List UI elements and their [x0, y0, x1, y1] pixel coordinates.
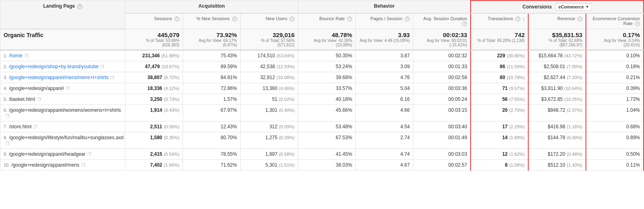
- sessions-cell: 18,336(4.12%): [125, 83, 183, 94]
- landing-page-help-icon[interactable]: ?: [77, 4, 82, 9]
- transactions-value: 86: [500, 64, 505, 69]
- bounce-rate-value: 50.35%: [336, 53, 352, 59]
- copy-icon[interactable]: ❐: [37, 97, 42, 102]
- revenue-value: $144.78: [548, 135, 565, 140]
- new-users-pct: (10.00%): [277, 75, 295, 80]
- new-users-cell: 51(0.02%): [240, 94, 298, 105]
- organic-traffic-label-cell: Organic Traffic: [0, 29, 125, 50]
- transactions-value: 56: [502, 96, 507, 102]
- ecommerce-selector[interactable]: eCommerce ▼: [556, 3, 592, 10]
- sessions-pct: (0.56%): [164, 124, 179, 129]
- landing-page-link[interactable]: /google+redesign/apparel/mens/mens+t+shi…: [9, 75, 108, 80]
- landing-page-cell: 4./google+redesign/apparel❐: [0, 83, 125, 94]
- row-number: 3.: [4, 75, 7, 80]
- sessions-cell: 38,807(8.72%): [125, 72, 183, 83]
- sessions-cell: 7,402(1.66%): [125, 160, 183, 171]
- copy-icon[interactable]: ❐: [6, 114, 10, 119]
- pages-session-cell: 6.16: [356, 94, 413, 105]
- revenue-value: $172.20: [548, 151, 565, 157]
- avg-session-cell: 00:03:40: [413, 121, 471, 132]
- transactions-value: 71: [502, 86, 507, 91]
- revenue-help-icon[interactable]: ?: [577, 17, 582, 21]
- pages-session-help-icon[interactable]: ?: [405, 17, 410, 21]
- bounce-rate-value: 33.57%: [336, 86, 352, 91]
- sessions-value: 231,346: [142, 53, 160, 59]
- transactions-value: 14: [502, 135, 507, 140]
- bounce-rate-cell: 38.03%: [298, 160, 356, 171]
- revenue-cell: $416.98(1.16%): [528, 121, 586, 132]
- revenue-cell: $3,811.90(10.64%): [528, 83, 586, 94]
- new-users-cell: 1,275(0.39%): [240, 132, 298, 149]
- ecommerce-rate-value: 0.39%: [626, 86, 640, 91]
- bounce-rate-value: 39.68%: [336, 75, 352, 80]
- landing-page-cell: 5./basket.html❐: [0, 94, 125, 105]
- copy-icon[interactable]: ❐: [88, 152, 92, 157]
- ecommerce-rate-value: 0.11%: [626, 162, 640, 168]
- transactions-sort-icon[interactable]: ↓: [523, 17, 525, 21]
- transactions-pct: (9.57%): [509, 86, 525, 91]
- summary-avg-session-value: 00:02:33: [417, 31, 467, 38]
- ecommerce-rate-cell: 0.10%: [586, 50, 644, 61]
- avg-session-help-icon[interactable]: ?: [462, 21, 467, 26]
- sessions-pct: (1.66%): [164, 163, 179, 167]
- sessions-pct: (10.67%): [161, 64, 179, 69]
- revenue-cell: $172.20(0.48%): [528, 149, 586, 160]
- summary-new-sessions-value: 73.92%: [186, 31, 237, 38]
- revenue-cell: $512.10(1.43%): [528, 160, 586, 171]
- transactions-cell: 8(1.08%): [471, 160, 528, 171]
- revenue-value: $2,627.44: [544, 75, 565, 80]
- ecommerce-rate-help-icon[interactable]: ?: [635, 21, 640, 26]
- summary-new-users-cell: 329,016 % of Total: 57.56% (571,612): [240, 29, 298, 50]
- avg-session-value: 00:02:57: [448, 162, 467, 168]
- bounce-rate-value: 40.18%: [336, 96, 352, 102]
- landing-page-link[interactable]: /home: [9, 53, 22, 59]
- landing-page-link[interactable]: /google+redesign/shop+by-brand/youtube: [9, 64, 98, 69]
- new-sessions-cell: 80.70%: [183, 132, 240, 149]
- ecommerce-rate-cell: 1.72%: [586, 94, 644, 105]
- bounce-rate-help-icon[interactable]: ?: [347, 17, 352, 21]
- copy-icon[interactable]: ❐: [25, 54, 29, 59]
- transactions-cell: 20(2.70%): [471, 105, 528, 121]
- copy-icon[interactable]: ❐: [33, 125, 38, 130]
- pages-session-cell: 2.74: [356, 132, 413, 149]
- copy-icon[interactable]: ❐: [6, 141, 10, 146]
- pages-session-cell: 4.66: [356, 105, 413, 121]
- new-users-pct: (53.04%): [277, 53, 295, 58]
- avg-session-cell: 00:02:32: [413, 50, 471, 61]
- revenue-pct: (1.43%): [567, 163, 583, 167]
- sessions-cell: 2,511(0.56%): [125, 121, 183, 132]
- ecommerce-rate-value: 0.68%: [626, 124, 640, 130]
- transactions-help-icon[interactable]: ?: [515, 17, 520, 21]
- pages-session-value: 2.74: [400, 135, 410, 140]
- copy-icon[interactable]: ❐: [66, 86, 71, 91]
- summary-bounce-rate-cell: 48.78% Avg for View: 42.38% (15.09%): [298, 29, 356, 50]
- new-users-help-icon[interactable]: ?: [290, 17, 294, 21]
- new-users-value: 13,360: [263, 86, 277, 91]
- avg-session-cell: 00:03:03: [413, 149, 471, 160]
- copy-icon[interactable]: ❐: [100, 65, 105, 69]
- new-sessions-value: 12.43%: [221, 124, 237, 130]
- new-users-value: 51: [272, 96, 277, 102]
- pages-session-value: 4.54: [400, 124, 410, 130]
- revenue-pct: (10.64%): [564, 86, 582, 91]
- sessions-pct: (4.12%): [164, 86, 179, 91]
- transactions-cell: 56(7.55%): [471, 94, 528, 105]
- copy-icon[interactable]: ❐: [110, 75, 115, 80]
- transactions-cell: 86(11.59%): [471, 61, 528, 72]
- ecommerce-rate-cell: 0.21%: [586, 72, 644, 83]
- new-sessions-help-icon[interactable]: ?: [232, 17, 237, 21]
- copy-icon[interactable]: ❐: [81, 163, 86, 168]
- new-sessions-cell: 1.57%: [183, 94, 240, 105]
- landing-page-header: Landing Page ?: [0, 0, 125, 29]
- sessions-help-icon[interactable]: ?: [175, 17, 179, 21]
- sessions-cell: 1,914(0.43%): [125, 105, 183, 121]
- new-users-pct: (1.61%): [279, 163, 295, 167]
- row-number: 5.: [4, 97, 7, 102]
- avg-session-value: 00:03:15: [448, 107, 467, 113]
- landing-page-text: /google+redesign/lifestyle/fun/malibu+su…: [9, 135, 123, 140]
- sessions-value: 3,250: [150, 96, 162, 102]
- new-sessions-col-header: % New Sessions ?: [183, 13, 240, 29]
- new-sessions-value: 1.57%: [223, 96, 237, 102]
- row-number: 1.: [4, 53, 7, 58]
- sessions-value: 1,580: [150, 135, 162, 140]
